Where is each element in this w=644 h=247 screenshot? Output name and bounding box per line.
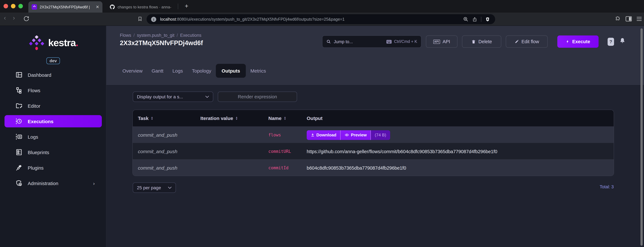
new-tab-button[interactable]: + bbox=[182, 2, 191, 11]
tab-topology[interactable]: Topology bbox=[187, 64, 216, 78]
bookmark-icon[interactable] bbox=[138, 16, 142, 22]
brave-shield-icon[interactable] bbox=[485, 16, 490, 22]
sidebar-item-label: Flows bbox=[28, 88, 40, 93]
tab-metrics[interactable]: Metrics bbox=[246, 64, 270, 78]
col-output: Output bbox=[307, 115, 322, 121]
timeline-text-icon bbox=[16, 133, 22, 140]
search-icon bbox=[326, 39, 331, 44]
page-header: Flows/system.push_to_git/Executions 2X3x… bbox=[106, 26, 644, 85]
sidebar-item-executions[interactable]: Executions bbox=[4, 115, 102, 127]
url-host: localhost bbox=[160, 17, 176, 22]
trash-icon bbox=[471, 39, 476, 44]
sort-icon[interactable]: ▲▼ bbox=[235, 116, 238, 120]
per-page-value: 25 per page bbox=[137, 185, 164, 190]
api-button[interactable]: API API bbox=[426, 36, 458, 48]
sidebar-item-label: Editor bbox=[28, 103, 40, 109]
display-output-value: Display output for a s... bbox=[137, 94, 202, 99]
menu-icon[interactable] bbox=[636, 17, 642, 21]
sidebar-menu: Dashboard Flows Editor Executions Logs bbox=[0, 69, 106, 189]
name-cell: flows bbox=[268, 127, 281, 143]
chevron-down-icon bbox=[168, 186, 172, 189]
tab-overview[interactable]: Overview bbox=[118, 64, 147, 78]
shield-account-icon bbox=[16, 180, 22, 187]
bell-icon[interactable] bbox=[619, 37, 626, 44]
flows-icon bbox=[16, 87, 22, 94]
kestra-wordmark: kestra. bbox=[48, 37, 78, 49]
keyboard-icon bbox=[386, 40, 392, 44]
dashboard-icon bbox=[16, 71, 22, 78]
help-icon[interactable]: ? bbox=[608, 38, 614, 46]
back-icon[interactable]: ‹ bbox=[4, 15, 6, 22]
tab-close-icon[interactable]: ✕ bbox=[96, 5, 99, 9]
total-count: Total: 3 bbox=[567, 184, 614, 189]
main-panel: Flows/system.push_to_git/Executions 2X3x… bbox=[106, 26, 644, 247]
sidebar-item-label: Logs bbox=[28, 134, 38, 139]
api-icon: API bbox=[433, 40, 440, 44]
share-icon[interactable] bbox=[472, 16, 477, 22]
task-cell: commit_and_push bbox=[138, 127, 177, 143]
tab-gantt[interactable]: Gantt bbox=[147, 64, 168, 78]
sidebar-item-plugins[interactable]: Plugins bbox=[4, 162, 102, 174]
jump-to-placeholder: Jump to... bbox=[334, 39, 383, 44]
address-bar[interactable]: i localhost:8080/ui/executions/system/pu… bbox=[146, 14, 495, 24]
extensions-icon[interactable] bbox=[615, 16, 620, 22]
chevron-right-icon: › bbox=[93, 180, 95, 186]
tab-title: 2X3x2TMqX5NfvFPDj4wd6f | bbox=[40, 5, 93, 9]
github-favicon-icon bbox=[110, 4, 115, 10]
reload-icon[interactable] bbox=[23, 16, 29, 22]
col-task: Task bbox=[138, 115, 148, 121]
sidebar-item-dashboard[interactable]: Dashboard bbox=[4, 69, 102, 81]
sidebar-item-editor[interactable]: Editor bbox=[4, 100, 102, 112]
display-output-select[interactable]: Display output for a s... bbox=[133, 92, 213, 102]
sidebar-item-logs[interactable]: Logs bbox=[4, 131, 102, 143]
sidebar-item-administration[interactable]: Administration › bbox=[4, 177, 102, 189]
site-info-icon[interactable]: i bbox=[151, 17, 156, 22]
kestra-logo[interactable]: kestra. bbox=[0, 36, 106, 50]
output-value: b604c8dfc90853b7365dba779087d4fb296be1f0 bbox=[307, 160, 610, 176]
chevron-down-icon bbox=[205, 95, 209, 98]
download-button[interactable]: Download bbox=[307, 130, 340, 140]
edit-flow-button[interactable]: Edit flow bbox=[506, 36, 548, 48]
zoom-page-icon[interactable] bbox=[463, 17, 468, 22]
browser-tab-github[interactable]: changes to kestra flows · anna-ge bbox=[106, 1, 174, 13]
pencil-icon bbox=[514, 39, 519, 44]
header-actions: Jump to... Ctrl/Cmd + K API API Delete bbox=[106, 36, 644, 48]
task-cell: commit_and_push bbox=[138, 160, 177, 176]
sidebar-toggle-icon[interactable] bbox=[626, 16, 632, 22]
tab-outputs[interactable]: Outputs bbox=[216, 64, 246, 78]
divider bbox=[481, 17, 481, 22]
per-page-select[interactable]: 25 per page bbox=[133, 182, 176, 193]
kestra-logo-icon bbox=[28, 36, 45, 50]
outputs-table: Task▲▼ Iteration value▲▼ Name▲▼ Output c… bbox=[133, 110, 614, 176]
preview-button[interactable]: Preview bbox=[340, 130, 370, 140]
sidebar-item-label: Executions bbox=[28, 119, 54, 124]
sidebar-item-label: Dashboard bbox=[28, 72, 52, 78]
shortcut-hint: Ctrl/Cmd + K bbox=[386, 39, 417, 44]
table-row: commit_and_push commitURL https://github… bbox=[133, 143, 614, 159]
tab-divider bbox=[178, 4, 178, 9]
traffic-light-close[interactable] bbox=[4, 4, 8, 9]
sidebar-item-label: Plugins bbox=[28, 165, 44, 170]
sidebar-item-flows[interactable]: Flows bbox=[4, 84, 102, 96]
jump-to-search[interactable]: Jump to... Ctrl/Cmd + K bbox=[322, 36, 422, 48]
browser-toolbar: ‹ › i localhost:8080/ui/executions/syste… bbox=[0, 13, 644, 26]
browser-tab-strip: 2X3x2TMqX5NfvFPDj4wd6f | ✕ changes to ke… bbox=[0, 0, 644, 13]
ballot-icon bbox=[16, 149, 22, 156]
sidebar: kestra. dev Dashboard Flows Editor bbox=[0, 26, 106, 247]
sidebar-item-blueprints[interactable]: Blueprints bbox=[4, 146, 102, 158]
tab-title: changes to kestra flows · anna-ge bbox=[118, 5, 172, 9]
traffic-light-zoom[interactable] bbox=[18, 4, 23, 9]
table-row: commit_and_push flows Download bbox=[133, 126, 614, 143]
sort-icon[interactable]: ▲▼ bbox=[151, 116, 153, 120]
execute-button[interactable]: Execute bbox=[557, 36, 598, 48]
kestra-favicon-icon bbox=[32, 4, 37, 10]
sort-icon[interactable]: ▲▼ bbox=[284, 116, 286, 120]
tab-logs[interactable]: Logs bbox=[168, 64, 187, 78]
traffic-light-minimize[interactable] bbox=[11, 4, 16, 9]
browser-tab-active[interactable]: 2X3x2TMqX5NfvFPDj4wd6f | ✕ bbox=[28, 1, 102, 13]
page-scrollbar[interactable] bbox=[640, 28, 643, 246]
forward-icon[interactable]: › bbox=[13, 15, 15, 22]
delete-button[interactable]: Delete bbox=[462, 36, 501, 48]
render-expression-button[interactable]: Render expression bbox=[218, 92, 297, 102]
lightning-icon bbox=[566, 39, 570, 44]
